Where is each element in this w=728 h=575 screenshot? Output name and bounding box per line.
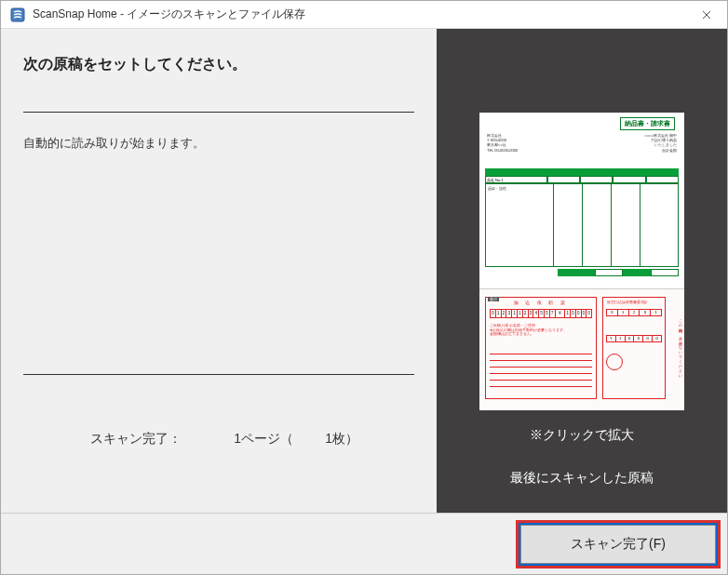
preview-payment-slip-right: 振替払込請求書兼受領証 01231 ¥10000 xyxy=(602,297,666,399)
preview-slip-lines xyxy=(490,348,592,387)
svg-rect-0 xyxy=(11,8,24,21)
preview-doc-bottom: 受付 振 込 依 頼 票 012311234557 ¥10000 ご依頼人様 お… xyxy=(479,289,684,410)
divider-bottom xyxy=(23,374,414,375)
divider-top xyxy=(23,112,414,113)
preview-vertical-note: この用紙は、折り曲げないでください。 xyxy=(673,297,682,399)
status-label: スキャン完了： xyxy=(61,431,182,448)
preview-table-header xyxy=(485,168,679,176)
preview-table-footer xyxy=(485,269,679,276)
instruction-heading: 次の原稿をセットしてください。 xyxy=(23,55,414,74)
preview-table-row1: 品名 No.1 xyxy=(485,176,679,183)
pages-value: 1 xyxy=(234,431,241,446)
scan-status-row: スキャン完了： 1ページ（ 1枚） xyxy=(23,431,414,448)
spacer xyxy=(23,174,414,374)
preview-stamp-circle xyxy=(606,354,623,370)
titlebar: ScanSnap Home - イメージのスキャンとファイル保存 xyxy=(1,1,727,29)
preview-receipt-title: 振替払込請求書兼受領証 xyxy=(607,300,648,304)
preview-slip-account: 012311234557 ¥10000 xyxy=(490,309,592,318)
app-icon xyxy=(8,6,27,24)
preview-doc-top: 納品書・請求書 株式会社〒000-0000東京都○○区TEL 00-0000-0… xyxy=(479,113,684,289)
preview-slip-badge: 受付 xyxy=(488,297,499,301)
instruction-subtext: 自動的に読み取りが始まります。 xyxy=(23,135,414,152)
content-area: 次の原稿をセットしてください。 自動的に読み取りが始まります。 スキャン完了： … xyxy=(1,29,727,513)
scan-preview-thumbnail[interactable]: 納品書・請求書 株式会社〒000-0000東京都○○区TEL 00-0000-0… xyxy=(479,113,684,410)
preview-table-body: 品目・規格 xyxy=(485,183,679,267)
footer-bar: スキャン完了(F) xyxy=(1,513,727,575)
sheets-unit: 枚） xyxy=(332,431,358,446)
status-pages: 1ページ（ xyxy=(182,431,293,448)
scan-finish-button[interactable]: スキャン完了(F) xyxy=(520,525,716,564)
pages-unit: ページ（ xyxy=(241,431,293,446)
preview-receipt-nums1: 01231 xyxy=(606,309,662,316)
preview-receipt-nums2: ¥10000 xyxy=(606,335,662,342)
preview-doc-title: 納品書・請求書 xyxy=(620,117,675,130)
click-to-enlarge-hint: ※クリックで拡大 xyxy=(530,427,634,444)
preview-slip-title: 振 込 依 頼 票 xyxy=(514,300,568,305)
close-button[interactable] xyxy=(688,2,725,28)
preview-doc-text-left: 株式会社〒000-0000東京都○○区TEL 00-0000-0000 xyxy=(487,133,518,153)
preview-doc-text-right: ○○○○株式会社 御中下記の通り納品いたしました合計金額 xyxy=(644,133,677,153)
window-title: ScanSnap Home - イメージのスキャンとファイル保存 xyxy=(33,7,688,22)
right-panel: 納品書・請求書 株式会社〒000-0000東京都○○区TEL 00-0000-0… xyxy=(437,29,727,513)
preview-payment-slip-left: 受付 振 込 依 頼 票 012311234557 ¥10000 ご依頼人様 お… xyxy=(485,297,597,399)
preview-slip-note: ご依頼人様 お名前・ご住所※お振込の際は別途手数料が必要となります。金額欄は訂正… xyxy=(490,324,592,337)
last-scanned-label: 最後にスキャンした原稿 xyxy=(510,470,654,487)
left-panel: 次の原稿をセットしてください。 自動的に読み取りが始まります。 スキャン完了： … xyxy=(1,29,437,513)
status-sheets: 1枚） xyxy=(293,431,377,448)
sheets-value: 1 xyxy=(325,431,332,446)
